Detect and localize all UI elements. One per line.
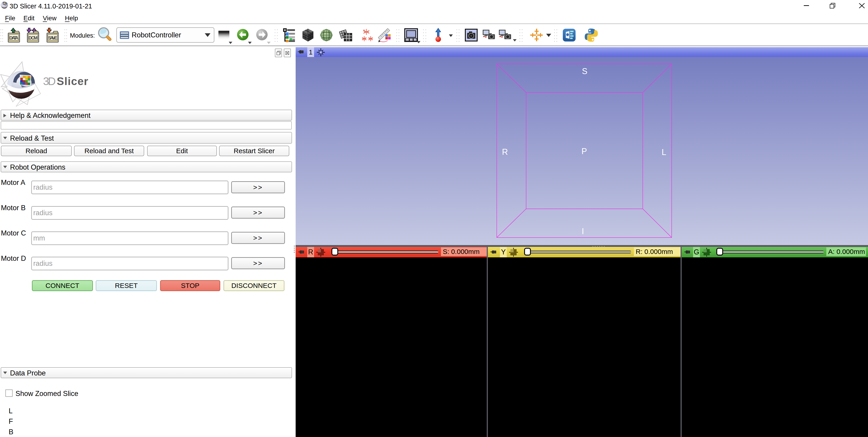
svg-text:SAVE: SAVE — [48, 35, 57, 40]
svg-text:P: P — [582, 147, 587, 156]
svg-text:3D: 3D — [43, 75, 56, 87]
svg-text:L: L — [662, 147, 666, 157]
svg-text:I: I — [582, 227, 584, 236]
svg-text:R: R — [502, 147, 508, 156]
svg-text:DCM: DCM — [28, 35, 38, 40]
svg-text:S: S — [582, 66, 587, 76]
svg-text:DATA: DATA — [9, 35, 19, 40]
svg-text:Slicer: Slicer — [57, 75, 88, 87]
